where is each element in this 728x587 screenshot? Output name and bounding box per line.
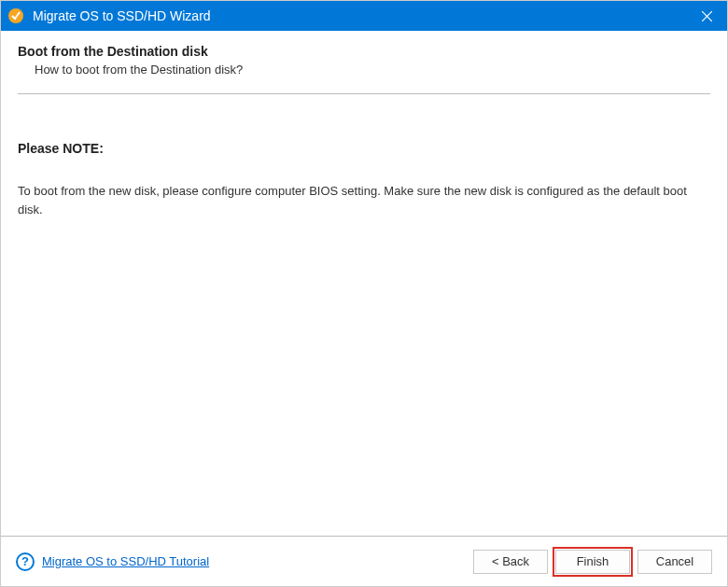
tutorial-link[interactable]: Migrate OS to SSD/HD Tutorial	[42, 554, 209, 568]
button-row: < Back Finish Cancel	[473, 550, 712, 574]
note-body: To boot from the new disk, please config…	[18, 182, 710, 218]
page-heading: Boot from the Destination disk	[18, 44, 710, 59]
finish-button[interactable]: Finish	[555, 550, 630, 574]
window-title: Migrate OS to SSD/HD Wizard	[33, 8, 686, 23]
app-icon	[7, 7, 25, 25]
note-title: Please NOTE:	[18, 141, 710, 156]
page-subheading: How to boot from the Destination disk?	[35, 63, 710, 77]
close-button[interactable]	[686, 1, 727, 31]
titlebar: Migrate OS to SSD/HD Wizard	[1, 1, 727, 31]
footer: ? Migrate OS to SSD/HD Tutorial < Back F…	[1, 536, 727, 586]
divider	[18, 93, 710, 94]
content-area: Boot from the Destination disk How to bo…	[1, 31, 727, 536]
cancel-button[interactable]: Cancel	[637, 550, 712, 574]
help-link-container: ? Migrate OS to SSD/HD Tutorial	[16, 552, 473, 571]
help-icon: ?	[16, 552, 35, 571]
note-section: Please NOTE: To boot from the new disk, …	[18, 141, 710, 218]
back-button[interactable]: < Back	[473, 550, 548, 574]
close-icon	[702, 11, 712, 21]
